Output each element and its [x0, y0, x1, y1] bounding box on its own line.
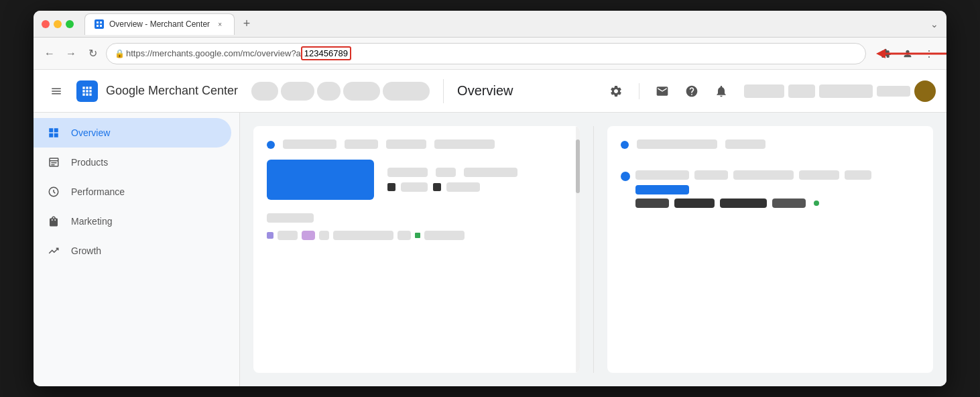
- brow2-b1: [278, 231, 298, 240]
- brow2-b4: [333, 231, 393, 240]
- blurred-header-3: [386, 139, 426, 149]
- app-logo-text: Google Merchant Center: [106, 84, 238, 98]
- stat-row-2: [387, 182, 517, 192]
- small-square-1: [387, 183, 395, 191]
- scrollbar-thumb[interactable]: [576, 139, 580, 193]
- sidebar-item-overview[interactable]: Overview: [34, 118, 231, 148]
- title-bar: Overview - Merchant Center × + ⌄: [34, 11, 946, 38]
- url-base-text: https://merchants.google.com/mc/overview…: [126, 48, 301, 58]
- hamburger-menu-button[interactable]: [44, 79, 68, 103]
- mail-button[interactable]: [650, 79, 674, 103]
- header-actions: [604, 79, 936, 103]
- right-green-dot: [814, 201, 819, 206]
- bottom-row-2: [267, 231, 566, 240]
- sidebar-item-growth[interactable]: Growth: [34, 236, 231, 266]
- small-square-2: [433, 183, 441, 191]
- blurred-text-2: [788, 84, 815, 98]
- user-avatar[interactable]: [914, 80, 936, 102]
- traffic-lights: [42, 20, 74, 28]
- bottom-row-1: [267, 213, 566, 223]
- right-content-card: [607, 126, 934, 373]
- sidebar-item-products[interactable]: Products: [34, 148, 231, 177]
- header-divider: [443, 79, 444, 103]
- left-card-main-row: [267, 160, 566, 200]
- right-header-blur-2: [725, 139, 765, 149]
- sidebar: Overview Products Performance Marketing: [34, 113, 240, 386]
- blurred-header-1: [283, 139, 336, 149]
- spacer: [621, 160, 920, 170]
- sidebar-label-products: Products: [71, 157, 108, 168]
- notifications-button[interactable]: [709, 79, 733, 103]
- brow1-b1: [267, 213, 314, 223]
- sidebar-item-performance[interactable]: Performance: [34, 177, 231, 207]
- stat-blur-5: [446, 182, 480, 192]
- nav-pill-5: [383, 82, 430, 101]
- overview-icon: [47, 126, 60, 139]
- stat-blur-4: [401, 182, 428, 192]
- rd2-b4: [772, 198, 806, 208]
- sidebar-label-performance: Performance: [71, 186, 125, 197]
- merchant-center-logo-icon: [76, 80, 98, 102]
- lock-icon: 🔒: [115, 49, 125, 58]
- content-area: [240, 113, 946, 386]
- sidebar-label-overview: Overview: [71, 127, 110, 138]
- nav-pill-4: [343, 82, 380, 101]
- header-right-blurred: [744, 80, 936, 102]
- url-bar[interactable]: 🔒 https://merchants.google.com/mc/overvi…: [106, 43, 866, 64]
- close-button[interactable]: [42, 20, 50, 28]
- rd-b4: [799, 170, 839, 180]
- stat-blur-1: [387, 168, 428, 177]
- purple-indicator: [267, 232, 273, 239]
- right-blue-indicator: [621, 141, 629, 149]
- growth-icon: [47, 244, 60, 258]
- rd-b1: [635, 170, 689, 180]
- sidebar-item-marketing[interactable]: Marketing: [34, 207, 231, 236]
- right-detail-row: [635, 170, 920, 194]
- right-row-content: [635, 170, 920, 208]
- minimize-button[interactable]: [54, 20, 62, 28]
- new-tab-button[interactable]: +: [237, 15, 256, 34]
- url-id-highlighted: 123456789: [301, 46, 351, 60]
- brow2-b3: [319, 231, 329, 240]
- brow2-b5: [397, 231, 411, 240]
- maximize-button[interactable]: [66, 20, 74, 28]
- green-indicator: [415, 233, 420, 238]
- blue-highlight-block: [267, 160, 374, 200]
- settings-button[interactable]: [604, 79, 628, 103]
- tab-bar: Overview - Merchant Center × +: [84, 13, 256, 35]
- browser-tab[interactable]: Overview - Merchant Center ×: [84, 13, 235, 35]
- brow2-b2: [302, 231, 315, 240]
- scrollbar-track[interactable]: [576, 126, 580, 373]
- stat-row-1: [387, 168, 517, 177]
- url-arrow-annotation: [865, 44, 946, 64]
- marketing-icon: [47, 215, 60, 228]
- right-card-header: [621, 139, 920, 149]
- main-layout: Overview Products Performance Marketing: [34, 113, 946, 386]
- back-button[interactable]: ←: [42, 46, 58, 62]
- rd-b5: [845, 170, 871, 180]
- left-card-stats: [387, 168, 517, 192]
- help-button[interactable]: [680, 79, 704, 103]
- blurred-text-3: [819, 84, 873, 98]
- forward-button[interactable]: →: [63, 46, 79, 62]
- products-icon: [47, 156, 60, 169]
- left-card-bottom: [267, 213, 566, 240]
- right-blue-rect: [635, 185, 689, 194]
- browser-window: Overview - Merchant Center × + ⌄ ← → ↻ 🔒…: [34, 11, 946, 386]
- brow2-b6: [424, 231, 465, 240]
- svg-rect-3: [100, 25, 102, 27]
- app-header: Google Merchant Center Overview: [34, 70, 946, 113]
- sidebar-label-growth: Growth: [71, 245, 101, 256]
- svg-marker-5: [876, 49, 885, 58]
- tab-close-button[interactable]: ×: [215, 19, 225, 29]
- refresh-button[interactable]: ↻: [84, 46, 101, 62]
- rd-b3: [733, 170, 794, 180]
- left-content-card: [253, 126, 580, 373]
- nav-pill-1: [251, 82, 278, 101]
- right-row-blue-dot: [621, 172, 630, 181]
- rd2-b1: [635, 198, 669, 208]
- nav-pill-2: [281, 82, 314, 101]
- svg-rect-0: [97, 21, 99, 23]
- right-header-blur-1: [637, 139, 717, 149]
- rd2-b2: [674, 198, 715, 208]
